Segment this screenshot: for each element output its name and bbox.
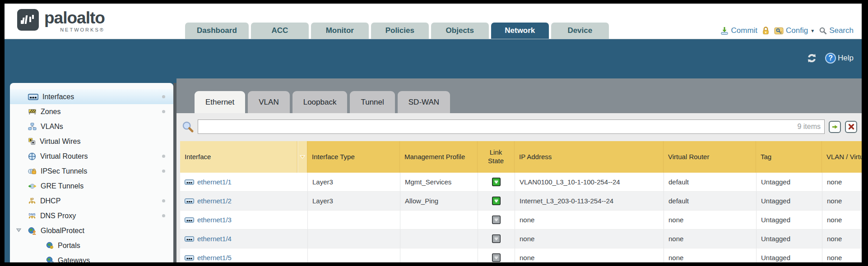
sidebar-item-label: Gateways: [58, 257, 90, 263]
tab-vlan[interactable]: VLAN: [248, 91, 289, 113]
sidebar-item-dot: [162, 199, 165, 202]
ethernet-port-icon: [185, 217, 194, 223]
table-body: ethernet1/1Layer3Mgmt_ServicesVLAN0100_L…: [180, 173, 862, 262]
column-header-interface[interactable]: Interface: [180, 141, 297, 173]
paloalto-logo: paloalto NETWORKS®: [17, 9, 105, 32]
table-cell: [400, 248, 478, 262]
table-cell: default: [664, 192, 757, 211]
content-area: InterfacesZonesVLANsVirtual WiresVirtual…: [5, 78, 862, 262]
link-state-cell: [478, 211, 515, 229]
table-cell: Untagged: [757, 211, 822, 229]
sidebar-item-gateways[interactable]: Gateways: [10, 253, 173, 262]
interfaces-icon: [28, 94, 38, 100]
nav-tab-monitor[interactable]: Monitor: [311, 23, 369, 39]
sidebar-item-gre-tunnels[interactable]: GRE Tunnels: [10, 179, 173, 193]
brand-name: paloalto: [44, 9, 105, 27]
column-header-interface-type[interactable]: Interface Type: [307, 141, 400, 173]
nav-tab-device[interactable]: Device: [551, 23, 609, 39]
table-row: ethernet1/1Layer3Mgmt_ServicesVLAN0100_L…: [180, 173, 862, 192]
nav-tab-dashboard[interactable]: Dashboard: [185, 23, 249, 39]
dns-proxy-icon: DNS: [28, 212, 36, 220]
nav-tab-acc[interactable]: ACC: [251, 23, 309, 39]
nav-tab-objects[interactable]: Objects: [431, 23, 489, 39]
tab-sd-wan[interactable]: SD-WAN: [398, 91, 450, 113]
lock-icon[interactable]: [762, 26, 770, 35]
column-header-vlan-virtual-wire[interactable]: VLAN / Virtual Wire: [822, 141, 862, 173]
interface-link[interactable]: ethernet1/5: [197, 254, 232, 261]
table-cell: none: [822, 192, 862, 211]
interface-cell: ethernet1/5: [180, 248, 308, 262]
search-button[interactable]: Search: [819, 26, 854, 35]
column-header-management-profile[interactable]: Management Profile: [400, 141, 478, 173]
sidebar-item-label: Interfaces: [42, 93, 74, 101]
sidebar-item-dns-proxy[interactable]: DNSDNS Proxy: [10, 208, 173, 223]
sidebar-item-dot: [162, 214, 165, 217]
filter-input[interactable]: [198, 119, 825, 134]
tab-loopback[interactable]: Loopback: [292, 91, 348, 113]
nav-tab-policies[interactable]: Policies: [371, 23, 429, 39]
link-down-icon: [492, 234, 501, 243]
sidebar-item-portals[interactable]: Portals: [10, 238, 173, 253]
interfaces-table: InterfaceInterface TypeManagement Profil…: [180, 141, 862, 262]
sidebar-item-zones[interactable]: Zones: [10, 104, 173, 119]
top-header: paloalto NETWORKS® DashboardACCMonitorPo…: [5, 4, 862, 39]
column-sort-dropdown[interactable]: [297, 141, 307, 173]
table-cell: none: [515, 211, 664, 229]
table-row: ethernet1/2Layer3Allow_PingInternet_L3_2…: [180, 192, 862, 211]
commit-button[interactable]: Commit: [720, 26, 758, 35]
link-up-icon: [492, 197, 501, 205]
chevron-down-icon: ▼: [810, 28, 815, 33]
ethernet-panel: 9 items: [176, 113, 862, 262]
link-state-cell: [478, 192, 515, 211]
filter-magnifier-icon: [182, 121, 194, 133]
nav-tab-network[interactable]: Network: [491, 23, 549, 39]
apply-filter-button[interactable]: [829, 121, 841, 133]
refresh-icon[interactable]: [806, 53, 818, 64]
config-menu[interactable]: Config ▼: [774, 26, 815, 35]
interface-link[interactable]: ethernet1/4: [197, 235, 232, 243]
help-button[interactable]: ? Help: [825, 53, 854, 64]
table-cell: Untagged: [757, 229, 822, 248]
table-cell: [400, 229, 478, 248]
sidebar-item-label: VLANs: [41, 123, 63, 131]
network-sidebar: InterfacesZonesVLANsVirtual WiresVirtual…: [10, 83, 173, 262]
ipsec-tunnels-icon: [28, 168, 37, 175]
column-header-tag[interactable]: Tag: [756, 141, 822, 173]
column-header-link-state[interactable]: Link State: [478, 141, 515, 173]
table-cell: [400, 211, 478, 229]
table-cell: Untagged: [757, 248, 822, 262]
zones-icon: [28, 108, 37, 115]
table-cell: none: [822, 229, 862, 248]
table-cell: [308, 229, 400, 248]
sidebar-item-label: Virtual Wires: [40, 138, 80, 146]
sidebar-item-dot: [162, 170, 165, 173]
sidebar-item-virtual-wires[interactable]: Virtual Wires: [10, 134, 173, 149]
teal-toolbar: ? Help: [5, 39, 862, 78]
sidebar-item-ipsec-tunnels[interactable]: IPSec Tunnels: [10, 164, 173, 179]
sidebar-item-dhcp[interactable]: IPDHCP: [10, 193, 173, 208]
tab-ethernet[interactable]: Ethernet: [195, 91, 245, 113]
sidebar-item-virtual-routers[interactable]: Virtual Routers: [10, 149, 173, 164]
table-cell: Untagged: [757, 173, 822, 192]
sidebar-item-label: GRE Tunnels: [41, 182, 84, 190]
sidebar-item-vlans[interactable]: VLANs: [10, 119, 173, 134]
screenshot-frame: paloalto NETWORKS® DashboardACCMonitorPo…: [0, 0, 868, 266]
expand-triangle-icon[interactable]: [16, 228, 21, 232]
clear-filter-button[interactable]: [845, 121, 857, 133]
interface-link[interactable]: ethernet1/3: [197, 216, 232, 224]
gateways-icon: [46, 257, 54, 262]
interface-link[interactable]: ethernet1/2: [197, 197, 232, 205]
tab-tunnel[interactable]: Tunnel: [350, 91, 395, 113]
sidebar-item-label: DHCP: [40, 197, 60, 205]
sidebar-item-globalprotect[interactable]: GlobalProtect: [10, 223, 173, 238]
ethernet-port-icon: [185, 198, 194, 204]
column-header-ip-address[interactable]: IP Address: [515, 141, 664, 173]
table-cell: Allow_Ping: [400, 192, 478, 211]
interface-cell: ethernet1/1: [180, 173, 308, 192]
sidebar-item-interfaces[interactable]: Interfaces: [10, 89, 173, 104]
sidebar-item-label: Virtual Routers: [40, 152, 88, 161]
link-state-cell: [478, 173, 515, 192]
sidebar-splitter[interactable]: [173, 83, 176, 262]
column-header-virtual-router[interactable]: Virtual Router: [664, 141, 756, 173]
interface-link[interactable]: ethernet1/1: [197, 178, 232, 186]
